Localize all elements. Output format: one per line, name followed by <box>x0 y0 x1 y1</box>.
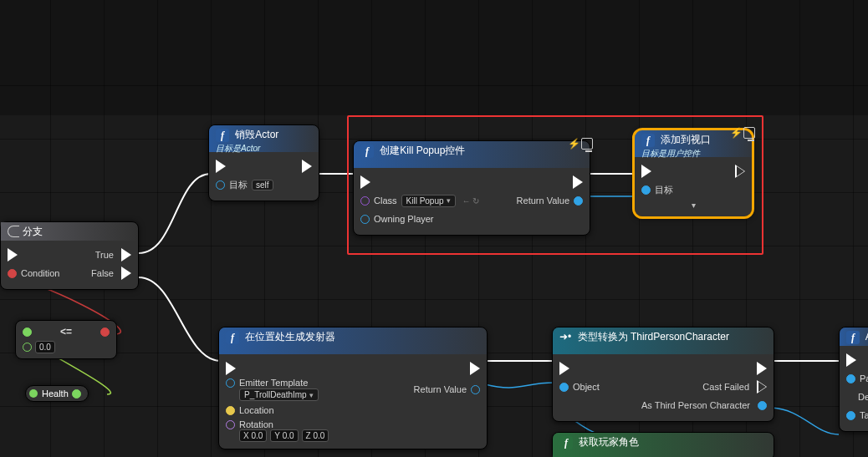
exec-out-pin[interactable] <box>573 175 583 189</box>
target-pin[interactable]: Ta <box>846 410 868 420</box>
node-spawn-emitter[interactable]: f 在位置处生成发射器 Emitter Template P_TrollDeat… <box>218 327 488 449</box>
node-title: 在位置处生成发射器 <box>245 331 335 343</box>
var-out-pin[interactable] <box>72 389 81 399</box>
return-value-pin[interactable]: Return Value <box>414 384 480 394</box>
node-title: 创建Kill Popup控件 <box>380 145 465 156</box>
node-title: 获取玩家角色 <box>579 436 639 448</box>
exec-out-pin[interactable] <box>757 362 767 375</box>
object-pin[interactable]: Object <box>559 382 600 392</box>
float-in-b-pin[interactable] <box>23 343 32 352</box>
function-icon: f <box>641 134 655 147</box>
fast-call-icon: ⚡ <box>730 124 755 142</box>
fast-call-icon: ⚡ <box>568 135 593 153</box>
node-float-compare[interactable]: <= 0.0 <box>15 320 117 359</box>
function-icon: f <box>226 331 239 344</box>
node-subtitle: 目标是Actor <box>216 144 260 153</box>
return-value-pin[interactable]: Return Value <box>517 195 583 206</box>
node-title: 分支 <box>23 225 43 239</box>
class-dropdown[interactable]: Kill Popup <box>401 195 456 207</box>
cast-icon: ➜• <box>559 331 571 343</box>
exec-in-pin[interactable] <box>226 362 236 375</box>
exec-in-pin[interactable] <box>216 160 226 173</box>
as-character-pin[interactable]: As Third Person Character <box>641 400 767 410</box>
node-subtitle: 目标是用户控件 <box>641 149 700 158</box>
emitter-template-pin[interactable]: Emitter Template P_TrollDeathImp <box>226 378 319 401</box>
branch-icon <box>8 226 19 237</box>
float-value-field[interactable]: 0.0 <box>35 341 55 353</box>
cast-failed-pin[interactable]: Cast Failed <box>702 380 767 394</box>
function-icon: f <box>846 331 860 344</box>
top-dark-area <box>0 0 868 115</box>
target-pin[interactable]: 目标 self <box>216 179 273 191</box>
condition-pin[interactable]: Condition <box>8 268 59 278</box>
exec-out-pin[interactable] <box>735 165 745 178</box>
nav-arrows[interactable]: ← ↻ <box>462 196 480 206</box>
node-create-widget[interactable]: ⚡ f 创建Kill Popup控件 Class Kill Popup ← ↻ … <box>353 140 590 236</box>
variable-label: Health <box>42 388 72 399</box>
node-branch[interactable]: 分支 True Condition False <box>0 221 139 290</box>
node-title: 类型转换为 ThirdPersonCharacter <box>578 331 729 343</box>
exec-in-pin[interactable] <box>641 165 651 178</box>
true-pin[interactable]: True <box>95 248 131 262</box>
variable-health[interactable]: Health <box>25 385 89 402</box>
compare-operator-label: <= <box>60 326 72 338</box>
pawn-pin[interactable]: Pa <box>846 373 868 383</box>
exec-in-pin[interactable] <box>559 362 569 375</box>
node-get-player-character[interactable]: f 获取玩家角色 <box>552 432 774 457</box>
exec-in-pin[interactable] <box>360 175 370 189</box>
node-add-to-viewport[interactable]: ⚡ f 添加到视口 目标是用户控件 目标 ▾ <box>634 129 753 217</box>
var-color-dot <box>29 389 38 398</box>
target-pin[interactable]: 目标 <box>641 184 673 196</box>
owning-player-pin[interactable]: Owning Player <box>360 214 434 224</box>
template-dropdown[interactable]: P_TrollDeathImp <box>239 388 319 401</box>
node-ai-partial[interactable]: f AI Pa De Ta <box>839 327 868 432</box>
function-icon: f <box>559 436 573 449</box>
exec-out-pin[interactable] <box>302 160 312 173</box>
exec-out-pin[interactable] <box>470 362 480 375</box>
expand-chevron-icon[interactable]: ▾ <box>641 201 745 210</box>
function-icon: f <box>216 129 229 142</box>
node-title: 销毁Actor <box>235 129 278 140</box>
function-icon: f <box>360 145 374 158</box>
node-cast[interactable]: ➜• 类型转换为 ThirdPersonCharacter Object Cas… <box>552 327 774 422</box>
location-pin[interactable]: Location <box>226 405 274 415</box>
rotation-pin[interactable]: Rotation <box>226 419 273 429</box>
node-title: 添加到视口 <box>661 134 711 145</box>
bool-out-pin[interactable] <box>100 328 110 337</box>
dest-pin[interactable]: De <box>846 392 868 402</box>
float-in-a-pin[interactable] <box>23 328 32 337</box>
node-destroy-actor[interactable]: f 销毁Actor 目标是Actor 目标 self <box>208 124 319 201</box>
exec-in-pin[interactable] <box>846 353 856 367</box>
blueprint-canvas[interactable]: f 销毁Actor 目标是Actor 目标 self ⚡ f 创建Kill Po… <box>0 0 868 457</box>
false-pin[interactable]: False <box>91 267 131 280</box>
class-pin[interactable]: Class Kill Popup ← ↻ <box>360 195 479 207</box>
exec-in-pin[interactable] <box>8 248 18 262</box>
